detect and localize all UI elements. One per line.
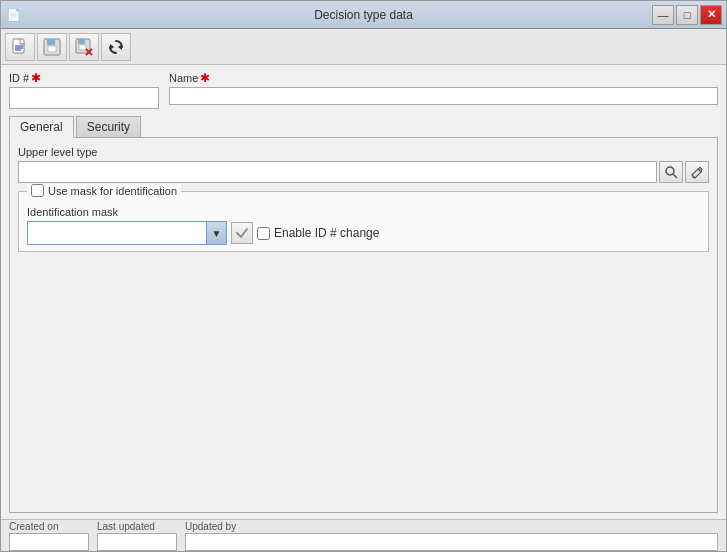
mask-select-container: ▼ xyxy=(27,221,227,245)
minimize-button[interactable]: — xyxy=(652,5,674,25)
upper-level-input[interactable] xyxy=(18,161,657,183)
upper-level-section: Upper level type xyxy=(18,146,709,183)
enable-id-label[interactable]: Enable ID # change xyxy=(257,226,379,240)
save-button[interactable] xyxy=(37,33,67,61)
refresh-icon xyxy=(107,38,125,56)
save-icon xyxy=(43,38,61,56)
edit-icon xyxy=(690,165,704,179)
id-required-star: ✱ xyxy=(31,71,41,85)
last-updated-field: Last updated xyxy=(97,521,177,551)
tab-general[interactable]: General xyxy=(9,116,74,138)
svg-point-14 xyxy=(666,167,674,175)
last-updated-input[interactable] xyxy=(97,533,177,551)
identification-label: Identification mask xyxy=(27,206,700,218)
id-name-row: ID # ✱ Name ✱ xyxy=(9,71,718,109)
status-bar: Created on Last updated Updated by xyxy=(1,519,726,551)
checkmark-button[interactable] xyxy=(231,222,253,244)
svg-rect-6 xyxy=(48,46,56,52)
id-input[interactable] xyxy=(9,87,159,109)
svg-rect-8 xyxy=(78,39,85,44)
spacer xyxy=(18,260,709,504)
created-on-input[interactable] xyxy=(9,533,89,551)
upper-level-label: Upper level type xyxy=(18,146,709,158)
checkmark-icon xyxy=(235,226,249,240)
enable-id-checkbox[interactable] xyxy=(257,227,270,240)
id-label: ID # ✱ xyxy=(9,71,159,85)
search-icon xyxy=(664,165,678,179)
use-mask-checkbox[interactable] xyxy=(31,184,44,197)
name-field-group: Name ✱ xyxy=(169,71,718,105)
mask-content: Identification mask ▼ xyxy=(27,206,700,245)
main-window: 📄 Decision type data — □ ✕ xyxy=(0,0,727,552)
title-bar-left: 📄 xyxy=(5,7,21,23)
mask-group-title: Use mask for identification xyxy=(27,184,181,197)
new-icon xyxy=(11,38,29,56)
created-on-field: Created on xyxy=(9,521,89,551)
svg-marker-13 xyxy=(110,44,114,50)
updated-by-field: Updated by xyxy=(185,521,718,551)
close-button[interactable]: ✕ xyxy=(700,5,722,25)
last-updated-label: Last updated xyxy=(97,521,177,532)
tab-container: General Security Upper level type xyxy=(9,115,718,513)
tabs: General Security xyxy=(9,115,718,137)
svg-line-15 xyxy=(673,174,677,178)
svg-rect-5 xyxy=(47,39,55,45)
save-close-icon xyxy=(75,38,93,56)
id-field-group: ID # ✱ xyxy=(9,71,159,109)
created-on-label: Created on xyxy=(9,521,89,532)
tab-content-general: Upper level type xyxy=(9,137,718,513)
window-icon: 📄 xyxy=(5,7,21,23)
toolbar xyxy=(1,29,726,65)
upper-level-row xyxy=(18,161,709,183)
updated-by-label: Updated by xyxy=(185,521,718,532)
name-required-star: ✱ xyxy=(200,71,210,85)
identification-mask-select[interactable] xyxy=(28,222,206,244)
save-close-button[interactable] xyxy=(69,33,99,61)
content-area: ID # ✱ Name ✱ General Security xyxy=(1,65,726,519)
name-input[interactable] xyxy=(169,87,718,105)
tab-security[interactable]: Security xyxy=(76,116,141,138)
mask-row: ▼ Enable ID # change xyxy=(27,221,700,245)
new-button[interactable] xyxy=(5,33,35,61)
title-bar: 📄 Decision type data — □ ✕ xyxy=(1,1,726,29)
window-title: Decision type data xyxy=(314,8,413,22)
upper-level-edit-button[interactable] xyxy=(685,161,709,183)
svg-marker-12 xyxy=(118,44,122,50)
updated-by-input[interactable] xyxy=(185,533,718,551)
refresh-button[interactable] xyxy=(101,33,131,61)
svg-rect-9 xyxy=(79,45,86,50)
upper-level-search-button[interactable] xyxy=(659,161,683,183)
mask-dropdown-arrow[interactable]: ▼ xyxy=(206,222,226,244)
maximize-button[interactable]: □ xyxy=(676,5,698,25)
mask-group: Use mask for identification Identificati… xyxy=(18,191,709,252)
title-bar-buttons: — □ ✕ xyxy=(652,5,722,25)
name-label: Name ✱ xyxy=(169,71,718,85)
